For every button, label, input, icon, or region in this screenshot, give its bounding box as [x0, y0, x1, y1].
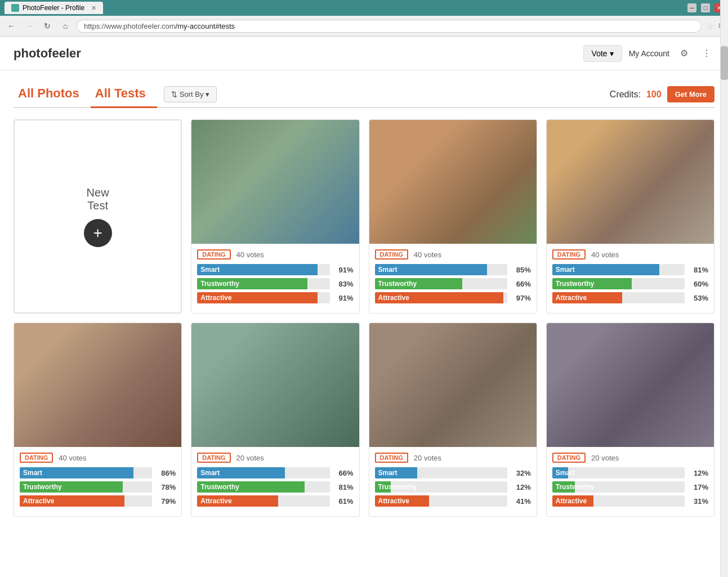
trustworthy-pct-5: 81%: [333, 483, 354, 491]
photo-card-5[interactable]: DATING 20 votes Smart 66% T: [191, 323, 359, 517]
attractive-pct-3: 53%: [688, 294, 708, 302]
smart-label-2: Smart: [378, 266, 398, 274]
photo-card-2[interactable]: DATING 40 votes Smart 85% T: [369, 119, 537, 314]
trustworthy-pct-4: 78%: [155, 483, 176, 491]
category-badge-3: DATING: [552, 249, 586, 260]
trustworthy-stat-4: Trustworthy 78%: [20, 481, 176, 493]
category-badge-2: DATING: [375, 249, 408, 260]
smart-pct-2: 85%: [511, 266, 531, 274]
attractive-label-1: Attractive: [200, 294, 231, 302]
browser-chrome: PhotoFeeler - Profile ✕ ─ □ ✕ ← → ↻ ⌂ ht…: [0, 0, 728, 37]
attractive-pct-5: 61%: [333, 497, 354, 506]
get-more-button[interactable]: Get More: [667, 86, 714, 102]
scrollbar-track[interactable]: [720, 0, 728, 577]
trustworthy-pct-1: 83%: [333, 280, 354, 288]
card-info-6: DATING 20 votes Smart 32% T: [369, 447, 537, 516]
home-button[interactable]: ⌂: [59, 19, 72, 33]
smart-stat-6: Smart 32%: [375, 467, 531, 478]
smart-stat-4: Smart 86%: [20, 467, 176, 478]
attractive-stat-4: Attractive 79%: [20, 495, 176, 507]
photo-card-3[interactable]: DATING 40 votes Smart 81% T: [546, 119, 714, 314]
photo-card-4[interactable]: DATING 40 votes Smart 86% T: [14, 323, 182, 517]
credits-value: 100: [646, 90, 662, 100]
logo-photo: photo: [14, 46, 48, 60]
smart-pct-7: 12%: [688, 469, 708, 477]
attractive-label-3: Attractive: [556, 294, 587, 302]
card-meta-6: DATING 20 votes: [375, 453, 531, 463]
sort-by-button[interactable]: ⇅ Sort By ▾: [164, 86, 217, 102]
smart-stat-7: Smart 12%: [552, 467, 708, 478]
smart-stat-5: Smart 66%: [197, 467, 353, 478]
scrollbar-thumb[interactable]: [721, 46, 728, 80]
card-info-4: DATING 40 votes Smart 86% T: [14, 447, 181, 516]
vote-button[interactable]: Vote ▾: [583, 45, 622, 62]
minimize-button[interactable]: ─: [687, 3, 696, 12]
trustworthy-pct-3: 60%: [688, 280, 708, 288]
tab-all-tests[interactable]: All Tests: [91, 82, 157, 108]
photo-image-6: [369, 323, 537, 447]
attractive-stat-6: Attractive 41%: [375, 495, 531, 507]
browser-tab[interactable]: PhotoFeeler - Profile ✕: [5, 2, 103, 14]
smart-stat-1: Smart 91%: [197, 264, 353, 275]
photo-card-1[interactable]: DATING 40 votes Smart 91% T: [191, 119, 359, 314]
smart-label-3: Smart: [556, 266, 575, 274]
votes-text-7: 20 votes: [591, 454, 619, 462]
trustworthy-label-7: Trustworthy: [556, 483, 595, 491]
attractive-stat-1: Attractive 91%: [197, 292, 353, 303]
more-options-icon[interactable]: ⋮: [699, 46, 714, 61]
trustworthy-stat-5: Trustworthy 81%: [197, 481, 353, 493]
credits-label: Credits:: [610, 90, 641, 100]
back-button[interactable]: ←: [5, 19, 18, 33]
trustworthy-stat-7: Trustworthy 17%: [552, 481, 708, 493]
photo-image-7: [547, 323, 714, 447]
category-badge-7: DATING: [552, 453, 586, 463]
smart-label-5: Smart: [200, 469, 220, 477]
attractive-label-5: Attractive: [200, 497, 231, 505]
photo-grid: NewTest + DATING 40 votes Smart 91%: [14, 119, 714, 517]
new-test-label: NewTest: [87, 186, 109, 212]
smart-pct-6: 32%: [511, 469, 531, 477]
photo-card-6[interactable]: DATING 20 votes Smart 32% T: [369, 323, 537, 517]
votes-text-1: 40 votes: [236, 251, 264, 259]
photo-image-1: [191, 120, 359, 244]
my-account-button[interactable]: My Account: [629, 49, 669, 58]
sort-icon: ⇅: [171, 90, 177, 99]
photo-image-5: [191, 323, 359, 447]
category-badge-1: DATING: [197, 249, 230, 260]
address-bar[interactable]: https://www.photofeeler.com/my-account#t…: [77, 20, 702, 33]
attractive-stat-3: Attractive 53%: [552, 292, 708, 303]
photo-card-7[interactable]: DATING 20 votes Smart 12% T: [546, 323, 714, 517]
category-badge-5: DATING: [197, 453, 230, 463]
attractive-stat-7: Attractive 31%: [552, 495, 708, 507]
add-test-button[interactable]: +: [84, 219, 112, 247]
forward-button[interactable]: →: [23, 19, 36, 33]
sort-by-label: Sort By: [180, 90, 204, 99]
main-content: All Photos All Tests ⇅ Sort By ▾ Credits…: [0, 70, 728, 577]
header-actions: Vote ▾ My Account ⚙ ⋮: [583, 45, 714, 62]
card-meta-5: DATING 20 votes: [197, 453, 353, 463]
browser-window-controls: ─ □ ✕: [687, 3, 723, 12]
maximize-button[interactable]: □: [701, 3, 710, 12]
browser-titlebar: PhotoFeeler - Profile ✕ ─ □ ✕: [0, 0, 728, 16]
trustworthy-label-1: Trustworthy: [200, 280, 239, 288]
browser-addressbar: ← → ↻ ⌂ https://www.photofeeler.com/my-a…: [0, 16, 728, 36]
tab-close-icon[interactable]: ✕: [91, 5, 96, 12]
bookmark-button[interactable]: ☆: [706, 21, 714, 32]
card-meta-2: DATING 40 votes: [375, 249, 531, 260]
votes-text-6: 20 votes: [414, 454, 441, 462]
credits-section: Credits: 100 Get More: [610, 86, 714, 102]
trustworthy-label-3: Trustworthy: [556, 280, 595, 288]
reload-button[interactable]: ↻: [41, 19, 54, 33]
settings-icon[interactable]: ⚙: [676, 46, 692, 61]
logo-feeler: feeler: [48, 46, 81, 60]
attractive-pct-1: 91%: [333, 294, 354, 302]
card-info-7: DATING 20 votes Smart 12% T: [547, 447, 714, 516]
attractive-pct-7: 31%: [688, 497, 708, 506]
new-test-card[interactable]: NewTest +: [14, 119, 182, 314]
smart-label-1: Smart: [200, 266, 220, 274]
card-info-5: DATING 20 votes Smart 66% T: [191, 447, 359, 516]
attractive-stat-5: Attractive 61%: [197, 495, 353, 507]
tab-all-photos[interactable]: All Photos: [14, 82, 91, 108]
smart-label-4: Smart: [23, 469, 42, 477]
votes-text-4: 40 votes: [59, 454, 86, 462]
